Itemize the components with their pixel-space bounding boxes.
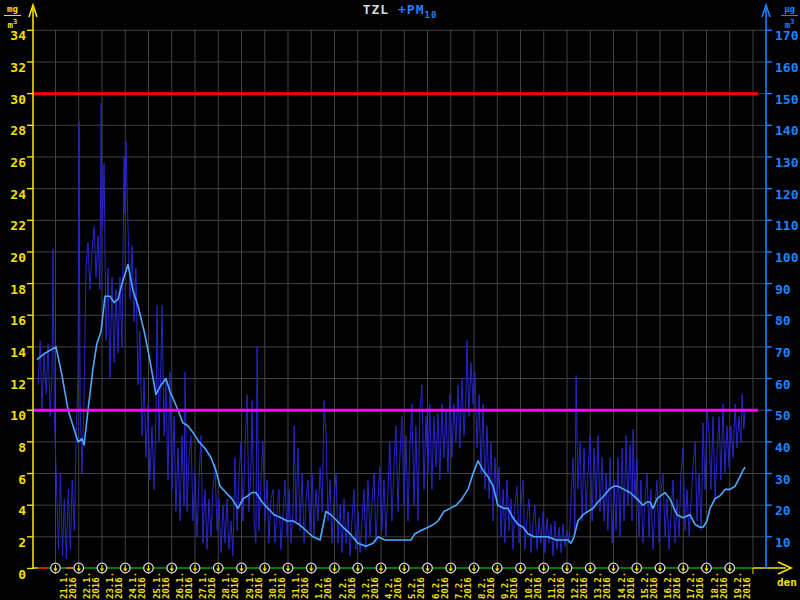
left-axis-tick-label: 22 bbox=[10, 218, 26, 233]
left-axis-tick-label: 16 bbox=[10, 313, 26, 328]
left-axis-tick-label: 14 bbox=[10, 345, 26, 360]
right-axis-tick-label: 70 bbox=[775, 345, 791, 360]
left-axis-tick-label: 4 bbox=[18, 503, 26, 518]
left-axis-tick-label: 10 bbox=[10, 408, 26, 423]
date-label-year: 2016 bbox=[114, 577, 124, 599]
date-label-year: 2016 bbox=[626, 577, 636, 599]
date-label-year: 2016 bbox=[300, 577, 310, 599]
date-label-year: 2016 bbox=[463, 577, 473, 599]
right-axis-tick-label: 130 bbox=[775, 155, 799, 170]
left-axis-tick-label: 8 bbox=[18, 440, 26, 455]
right-axis-tick-label: 160 bbox=[775, 60, 799, 75]
date-label-year: 2016 bbox=[602, 577, 612, 599]
left-axis-tick-label: 34 bbox=[10, 28, 26, 43]
date-label-year: 2016 bbox=[556, 577, 566, 599]
left-axis-tick-label: 28 bbox=[10, 123, 26, 138]
chart-title: TZL +PM10 bbox=[0, 2, 800, 20]
chart-window: 0246810121416182022242628303234102030405… bbox=[0, 0, 800, 600]
date-label-year: 2016 bbox=[649, 577, 659, 599]
right-axis-tick-label: 140 bbox=[775, 123, 799, 138]
right-axis-tick-label: 100 bbox=[775, 250, 799, 265]
date-label-year: 2016 bbox=[207, 577, 217, 599]
date-label-year: 2016 bbox=[370, 577, 380, 599]
date-label-year: 2016 bbox=[254, 577, 264, 599]
left-axis-tick-label: 18 bbox=[10, 282, 26, 297]
date-label-year: 2016 bbox=[393, 577, 403, 599]
right-axis-tick-label: 80 bbox=[775, 313, 791, 328]
date-label-year: 2016 bbox=[347, 577, 357, 599]
date-label-year: 2016 bbox=[230, 577, 240, 599]
date-label-year: 2016 bbox=[161, 577, 171, 599]
left-axis-tick-label: 30 bbox=[10, 92, 26, 107]
left-axis-tick-label: 20 bbox=[10, 250, 26, 265]
date-label-year: 2016 bbox=[742, 577, 752, 599]
title-pm10-legend: +PM10 bbox=[398, 2, 437, 17]
right-axis-tick-label: 50 bbox=[775, 408, 791, 423]
right-axis-tick-label: 10 bbox=[775, 535, 791, 550]
left-axis-tick-label: 32 bbox=[10, 60, 26, 75]
date-label-year: 2016 bbox=[323, 577, 333, 599]
right-axis-tick-label: 60 bbox=[775, 377, 791, 392]
left-axis-tick-label: 2 bbox=[18, 535, 26, 550]
right-axis-tick-label: 40 bbox=[775, 440, 791, 455]
left-axis-unit: mg m3 bbox=[4, 4, 21, 30]
date-label-year: 2016 bbox=[440, 577, 450, 599]
left-axis-tick-label: 24 bbox=[10, 187, 26, 202]
right-axis-unit: µg m3 bbox=[781, 4, 798, 30]
title-tzl: TZL bbox=[363, 2, 389, 17]
date-label-year: 2016 bbox=[68, 577, 78, 599]
right-axis-tick-label: 30 bbox=[775, 472, 791, 487]
date-label-year: 2016 bbox=[416, 577, 426, 599]
left-axis-tick-label: 12 bbox=[10, 377, 26, 392]
right-axis-tick-label: 110 bbox=[775, 218, 799, 233]
date-label-year: 2016 bbox=[277, 577, 287, 599]
date-label-year: 2016 bbox=[509, 577, 519, 599]
date-label-year: 2016 bbox=[533, 577, 543, 599]
right-axis-tick-label: 20 bbox=[775, 503, 791, 518]
date-label-year: 2016 bbox=[719, 577, 729, 599]
date-label-year: 2016 bbox=[137, 577, 147, 599]
left-axis-tick-label: 26 bbox=[10, 155, 26, 170]
left-axis-tick-label: 6 bbox=[18, 472, 26, 487]
x-axis-label: den bbox=[777, 576, 797, 589]
date-label-year: 2016 bbox=[672, 577, 682, 599]
date-label-year: 2016 bbox=[695, 577, 705, 599]
right-axis-tick-label: 170 bbox=[775, 28, 799, 43]
right-axis-tick-label: 90 bbox=[775, 282, 791, 297]
right-axis-tick-label: 120 bbox=[775, 187, 799, 202]
chart-canvas: 0246810121416182022242628303234102030405… bbox=[0, 0, 800, 600]
left-axis-tick-label: 0 bbox=[18, 567, 26, 582]
date-label-year: 2016 bbox=[91, 577, 101, 599]
date-label-year: 2016 bbox=[486, 577, 496, 599]
date-label-year: 2016 bbox=[184, 577, 194, 599]
date-label-year: 2016 bbox=[579, 577, 589, 599]
right-axis-tick-label: 150 bbox=[775, 92, 799, 107]
